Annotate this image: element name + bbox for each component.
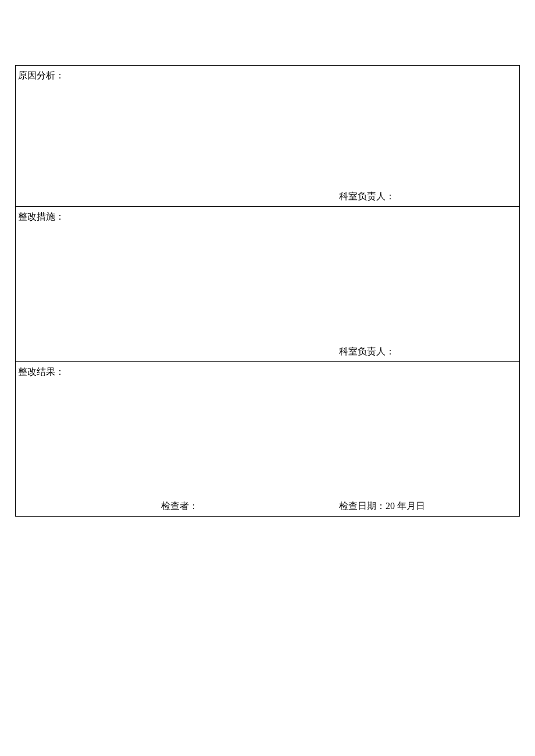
- inspection-date-label: 检查日期：20 年月日: [339, 500, 425, 513]
- corrective-results-cell[interactable]: 整改结果： 检查者： 检查日期：20 年月日: [16, 362, 520, 517]
- responsible-person-label-1: 科室负责人：: [339, 190, 395, 203]
- cause-analysis-cell[interactable]: 原因分析： 科室负责人：: [16, 66, 520, 207]
- responsible-person-label-2: 科室负责人：: [339, 345, 395, 358]
- corrective-measures-cell[interactable]: 整改措施： 科室负责人：: [16, 207, 520, 362]
- inspection-form-table: 原因分析： 科室负责人： 整改措施： 科室负责人： 整改结果： 检查者： 检查日…: [15, 65, 520, 517]
- inspector-label: 检查者：: [161, 500, 198, 513]
- cause-analysis-label: 原因分析：: [18, 70, 65, 80]
- corrective-results-label: 整改结果：: [18, 367, 65, 377]
- corrective-measures-label: 整改措施：: [18, 212, 65, 221]
